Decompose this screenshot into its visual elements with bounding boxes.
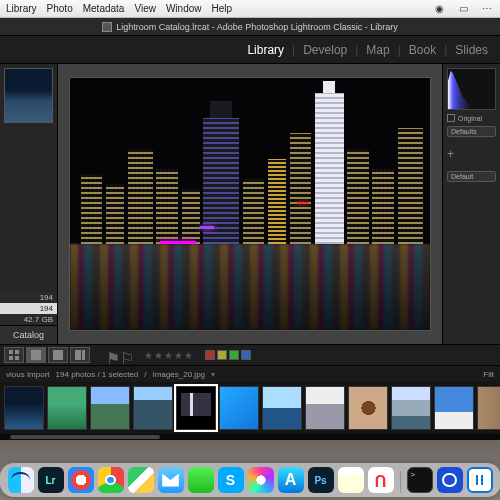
module-develop[interactable]: Develop — [295, 36, 355, 63]
filmstrip-thumb[interactable] — [434, 386, 474, 430]
rating-stars[interactable]: ★ ★ ★ ★ ★ — [144, 350, 193, 361]
dock-app-lightroom[interactable] — [38, 467, 64, 493]
dock-app-terminal[interactable] — [407, 467, 433, 493]
stat-storage-size: 42.7 GB — [0, 314, 57, 325]
module-library[interactable]: Library — [239, 36, 292, 63]
filmstrip[interactable] — [0, 382, 500, 434]
dock-app-messages[interactable] — [188, 467, 214, 493]
star-icon[interactable]: ★ — [184, 350, 193, 361]
star-icon[interactable]: ★ — [174, 350, 183, 361]
default-button[interactable]: Default — [447, 171, 496, 182]
dock-app-finder[interactable] — [8, 467, 34, 493]
menu-help[interactable]: Help — [212, 3, 233, 14]
original-checkbox-row[interactable]: Original — [447, 114, 496, 122]
grid-view-button[interactable] — [4, 347, 24, 363]
filmstrip-source[interactable]: vious Import — [6, 370, 50, 379]
catalog-panel-header[interactable]: Catalog — [0, 325, 57, 344]
right-panel: Original Defaults + Default — [442, 64, 500, 344]
dock-app-pause[interactable] — [467, 467, 493, 493]
flag-reject-icon[interactable]: ⚐ — [120, 349, 132, 361]
filmstrip-thumb[interactable] — [477, 386, 500, 430]
filmstrip-thumb[interactable] — [305, 386, 345, 430]
star-icon[interactable]: ★ — [154, 350, 163, 361]
star-icon[interactable]: ★ — [164, 350, 173, 361]
menu-photo[interactable]: Photo — [47, 3, 73, 14]
filmstrip-thumb[interactable] — [47, 386, 87, 430]
dock-app-1password[interactable] — [437, 467, 463, 493]
dock-divider — [400, 471, 401, 493]
left-panel: 194 194 42.7 GB Catalog — [0, 64, 58, 344]
compare-view-button[interactable] — [48, 347, 68, 363]
filmstrip-thumb[interactable] — [262, 386, 302, 430]
dock-app-maps[interactable] — [128, 467, 154, 493]
document-icon — [102, 22, 112, 32]
original-label: Original — [458, 115, 482, 122]
dock-app-skype[interactable] — [218, 467, 244, 493]
macos-dock — [0, 463, 500, 497]
module-picker: Library | Develop | Map | Book | Slides — [0, 36, 500, 64]
stat-photo-count-selected[interactable]: 194 — [0, 303, 57, 314]
flag-pick-icon[interactable]: ⚑ — [106, 349, 118, 361]
menubar-cloud-icon[interactable]: ◉ — [432, 3, 446, 15]
desktop-area — [0, 440, 500, 500]
module-book[interactable]: Book — [401, 36, 444, 63]
dock-app-appstore[interactable] — [278, 467, 304, 493]
color-label-green[interactable] — [229, 350, 239, 360]
survey-view-button[interactable] — [70, 347, 90, 363]
window-title-text: Lightroom Catalog.lrcat - Adobe Photosho… — [116, 22, 398, 32]
dock-app-mail[interactable] — [158, 467, 184, 493]
loupe-view[interactable] — [58, 64, 442, 344]
menu-window[interactable]: Window — [166, 3, 202, 14]
filmstrip-filter-label[interactable]: Filt — [483, 370, 494, 379]
dock-app-chrome[interactable] — [98, 467, 124, 493]
dock-app-magnet[interactable] — [368, 467, 394, 493]
main-area: 194 194 42.7 GB Catalog — [0, 64, 500, 344]
histogram[interactable] — [447, 68, 496, 110]
add-panel-icon[interactable]: + — [447, 141, 496, 167]
filmstrip-filename: Images_20.jpg — [153, 370, 205, 379]
checkbox-icon[interactable] — [447, 114, 455, 122]
navigator-thumbnail[interactable] — [4, 68, 53, 123]
menu-library[interactable]: Library — [6, 3, 37, 14]
scrollbar-handle[interactable] — [10, 435, 160, 439]
stat-photo-count[interactable]: 194 — [0, 292, 57, 303]
menu-metadata[interactable]: Metadata — [83, 3, 125, 14]
color-label-yellow[interactable] — [217, 350, 227, 360]
dock-app-itunes[interactable] — [248, 467, 274, 493]
loupe-view-button[interactable] — [26, 347, 46, 363]
defaults-button[interactable]: Defaults — [447, 126, 496, 137]
filmstrip-header: vious Import 194 photos / 1 selected / I… — [0, 366, 500, 382]
filmstrip-thumb[interactable] — [219, 386, 259, 430]
dock-app-safari[interactable] — [68, 467, 94, 493]
filmstrip-thumb[interactable] — [133, 386, 173, 430]
filmstrip-thumb[interactable] — [348, 386, 388, 430]
filmstrip-thumb[interactable] — [4, 386, 44, 430]
filmstrip-thumb-selected[interactable] — [176, 386, 216, 430]
menu-view[interactable]: View — [134, 3, 156, 14]
filmstrip-thumb[interactable] — [391, 386, 431, 430]
filmstrip-thumb[interactable] — [90, 386, 130, 430]
color-label-blue[interactable] — [241, 350, 251, 360]
module-map[interactable]: Map — [358, 36, 397, 63]
menubar-extra-icon[interactable]: ⋯ — [480, 3, 494, 15]
star-icon[interactable]: ★ — [144, 350, 153, 361]
dock-app-notes[interactable] — [338, 467, 364, 493]
library-toolbar: ⚑ ⚐ ★ ★ ★ ★ ★ — [0, 344, 500, 366]
filmstrip-count: 194 photos / 1 selected — [56, 370, 139, 379]
module-slideshow[interactable]: Slides — [447, 36, 496, 63]
window-titlebar: Lightroom Catalog.lrcat - Adobe Photosho… — [0, 18, 500, 36]
menubar-display-icon[interactable]: ▭ — [456, 3, 470, 15]
color-label-red[interactable] — [205, 350, 215, 360]
dock-app-photoshop[interactable] — [308, 467, 334, 493]
main-photo — [70, 78, 430, 330]
mac-menubar: Library Photo Metadata View Window Help … — [0, 0, 500, 18]
